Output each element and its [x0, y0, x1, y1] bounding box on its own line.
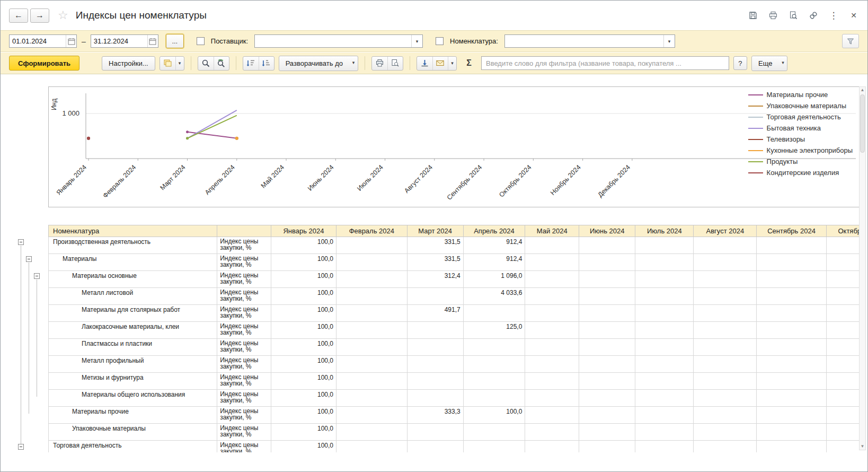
nomenclature-input[interactable]	[505, 35, 663, 47]
expand-to-button[interactable]: Разворачивать до	[279, 56, 349, 71]
value-cell	[757, 390, 827, 407]
link-icon[interactable]	[808, 10, 819, 21]
print-icon[interactable]	[372, 57, 387, 70]
column-header-month[interactable]: Август 2024	[694, 225, 757, 237]
row-metric-label: Индекс ценызакупки, %	[217, 407, 271, 424]
value-cell	[336, 373, 408, 390]
table-row[interactable]: Материалы для столярных работИндекс цены…	[49, 305, 860, 322]
svg-text:Декабрь 2024: Декабрь 2024	[597, 163, 632, 199]
tree-collapse-toggle[interactable]	[34, 273, 40, 279]
legend-item: Кухонные электроприборы	[748, 146, 853, 155]
column-header-month[interactable]: Май 2024	[525, 225, 579, 237]
value-cell	[336, 424, 408, 441]
table-row[interactable]: Упаковочные материалыИндекс ценызакупки,…	[49, 424, 860, 441]
preview-icon[interactable]	[788, 10, 799, 21]
value-cell	[826, 407, 860, 424]
chevron-down-icon[interactable]: ▾	[175, 57, 184, 70]
tree-collapse-toggle[interactable]	[26, 256, 32, 262]
favorite-star-icon[interactable]: ☆	[58, 8, 68, 22]
column-header-metric[interactable]	[217, 225, 271, 237]
table-row[interactable]: МатериалыИндекс ценызакупки, %100,0331,5…	[49, 254, 860, 271]
sum-sigma-icon[interactable]: Σ	[461, 58, 477, 68]
column-header-month[interactable]: Октябрь 2024	[826, 225, 860, 237]
quick-filter-box	[481, 56, 729, 70]
print-icon[interactable]	[768, 10, 778, 21]
mail-icon[interactable]	[432, 57, 448, 70]
legend-item: Продукты	[748, 157, 853, 166]
date-to-input[interactable]	[91, 37, 147, 45]
forward-button[interactable]: →	[30, 8, 49, 23]
save-icon[interactable]	[748, 10, 758, 21]
search-icon[interactable]	[198, 57, 214, 70]
nomenclature-checkbox[interactable]	[436, 37, 444, 45]
scrollbar-thumb[interactable]	[860, 94, 865, 153]
download-icon[interactable]	[417, 57, 432, 70]
column-header-month[interactable]: Июнь 2024	[579, 225, 635, 237]
row-metric-label: Индекс ценызакупки, %	[217, 237, 271, 254]
svg-text:Сентябрь 2024: Сентябрь 2024	[446, 163, 484, 202]
row-metric-label: Индекс ценызакупки, %	[217, 373, 271, 390]
value-cell	[635, 407, 694, 424]
close-icon[interactable]: ✕	[848, 10, 859, 21]
table-row[interactable]: Металл листовойИндекс ценызакупки, %100,…	[49, 288, 860, 305]
tree-connector-line	[37, 279, 37, 396]
table-row[interactable]: Материалы общего использованияИндекс цен…	[49, 390, 860, 407]
value-cell: 100,0	[271, 288, 336, 305]
column-header-nomenclature[interactable]: Номенклатура	[49, 225, 217, 237]
tree-collapse-toggle[interactable]	[18, 444, 24, 450]
column-header-month[interactable]: Июль 2024	[635, 225, 694, 237]
report-variant-icon[interactable]	[160, 57, 175, 70]
supplier-input[interactable]	[255, 35, 411, 47]
period-choice-button[interactable]: ...	[166, 34, 184, 48]
scroll-up-icon[interactable]: ▲	[860, 87, 865, 93]
chevron-down-icon[interactable]: ▾	[349, 56, 358, 69]
more-menu-icon[interactable]: ⋮	[828, 10, 839, 21]
calendar-icon[interactable]	[66, 35, 76, 47]
chevron-down-icon[interactable]: ▾	[778, 56, 787, 69]
generate-button[interactable]: Сформировать	[9, 56, 79, 71]
chevron-down-icon[interactable]: ▾	[411, 35, 422, 47]
date-to-field	[91, 34, 158, 48]
value-cell	[525, 254, 579, 271]
quick-filter-input[interactable]	[482, 59, 729, 67]
value-cell	[757, 305, 827, 322]
value-cell	[757, 288, 827, 305]
table-row[interactable]: Лакокрасочные материалы, клеиИндекс цены…	[49, 322, 860, 339]
table-header-row: Номенклатура Январь 2024Февраль 2024Март…	[49, 225, 860, 237]
help-button[interactable]: ?	[733, 56, 747, 70]
row-name: Пластмассы и пластики	[49, 339, 217, 356]
table-row[interactable]: Торговая деятельностьИндекс ценызакупки,…	[49, 441, 860, 453]
table-row[interactable]: Металл профильныйИндекс ценызакупки, %10…	[49, 356, 860, 373]
value-cell	[635, 288, 694, 305]
table-row[interactable]: Материалы основныеИндекс ценызакупки, %1…	[49, 271, 860, 288]
calendar-icon[interactable]	[147, 35, 158, 47]
print-preview-icon[interactable]	[387, 57, 403, 70]
settings-button[interactable]: Настройки...	[102, 56, 155, 71]
value-cell	[579, 373, 635, 390]
chevron-down-icon[interactable]: ▾	[663, 35, 675, 47]
column-header-month[interactable]: Апрель 2024	[463, 225, 525, 237]
supplier-checkbox[interactable]	[197, 37, 205, 45]
table-row[interactable]: Метизы и фурнитураИндекс ценызакупки, %1…	[49, 373, 860, 390]
more-actions-button[interactable]: Еще	[752, 56, 778, 71]
sort-descending-icon[interactable]	[259, 57, 274, 70]
search-next-icon[interactable]	[214, 57, 229, 70]
value-cell	[579, 288, 635, 305]
filter-funnel-button[interactable]	[842, 34, 859, 48]
vertical-scrollbar[interactable]: ▲ ▼	[859, 86, 866, 450]
table-row[interactable]: Пластмассы и пластикиИндекс ценызакупки,…	[49, 339, 860, 356]
value-cell	[336, 356, 408, 373]
date-from-input[interactable]	[10, 37, 66, 45]
column-header-month[interactable]: Март 2024	[407, 225, 463, 237]
table-row[interactable]: Материалы прочиеИндекс ценызакупки, %100…	[49, 407, 860, 424]
column-header-month[interactable]: Январь 2024	[271, 225, 336, 237]
scroll-down-icon[interactable]: ▼	[860, 443, 865, 450]
tree-collapse-toggle[interactable]	[18, 239, 24, 245]
column-header-month[interactable]: Сентябрь 2024	[757, 225, 827, 237]
sort-ascending-icon[interactable]	[243, 57, 259, 70]
value-cell	[635, 441, 694, 453]
table-row[interactable]: Производственная деятельностьИндекс цены…	[49, 237, 860, 254]
chevron-down-icon[interactable]: ▾	[448, 57, 456, 70]
column-header-month[interactable]: Февраль 2024	[336, 225, 408, 237]
back-button[interactable]: ←	[9, 8, 28, 23]
